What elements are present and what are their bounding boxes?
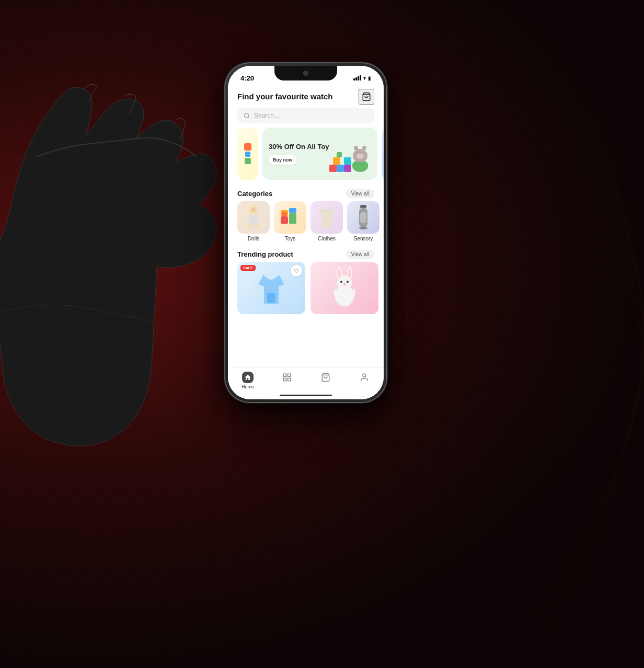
banner-partial-right: 3To: [382, 128, 384, 180]
banner-text: 30% Off On All Toy Buy now: [269, 143, 329, 165]
camera-dot: [303, 71, 308, 76]
search-placeholder: Search...: [254, 112, 279, 119]
battery-icon: ▮: [368, 75, 371, 81]
svg-rect-31: [283, 378, 286, 381]
wishlist-button-1[interactable]: ♡: [291, 265, 302, 277]
app-title: Find your favourite watch: [237, 92, 333, 101]
category-sensory[interactable]: Sensory: [347, 201, 380, 241]
phone-notch: [274, 66, 337, 80]
categories-row: Dolls: [228, 201, 384, 246]
buy-now-button[interactable]: Buy now: [269, 155, 297, 165]
product-item-1[interactable]: SALE ♡: [237, 262, 305, 314]
category-toys[interactable]: Toys: [274, 201, 306, 241]
trending-title: Trending product: [237, 250, 293, 258]
svg-rect-10: [289, 213, 296, 224]
home-icon: [242, 372, 254, 383]
banner-partial-left: [237, 128, 258, 180]
category-sensory-image: [347, 201, 380, 234]
categories-view-all[interactable]: View all: [346, 189, 374, 198]
search-container: Search...: [228, 108, 384, 128]
signal-icon: [353, 75, 361, 80]
svg-point-1: [245, 113, 249, 118]
nav-home-label: Home: [242, 384, 254, 389]
sale-badge: SALE: [240, 265, 256, 271]
banner-scroll: 30% Off On All Toy Buy now: [228, 128, 384, 180]
status-icons: ▾ ▮: [353, 75, 371, 81]
home-indicator: [280, 395, 332, 396]
cart-button[interactable]: [359, 89, 374, 105]
banner-title: 30% Off On All Toy: [269, 143, 329, 152]
category-toys-label: Toys: [285, 236, 296, 241]
status-time: 4:20: [240, 74, 254, 82]
svg-rect-32: [288, 378, 290, 381]
category-clothes[interactable]: Clothes: [310, 201, 343, 241]
svg-point-22: [338, 269, 341, 278]
category-dolls-image: [237, 201, 270, 234]
svg-point-16: [359, 226, 367, 229]
phone-device: 4:20 ▾ ▮ Find your favourite watch: [225, 63, 387, 402]
category-clothes-label: Clothes: [318, 236, 336, 241]
bottom-nav: Home: [228, 367, 384, 399]
categories-title: Categories: [237, 190, 272, 198]
svg-rect-12: [282, 212, 287, 216]
category-clothes-image: [310, 201, 343, 234]
category-dolls[interactable]: Dolls: [237, 201, 270, 241]
svg-rect-30: [288, 374, 290, 376]
category-sensory-label: Sensory: [354, 236, 373, 241]
svg-point-24: [340, 281, 342, 283]
product-item-2[interactable]: [310, 262, 378, 314]
nav-cart[interactable]: [320, 372, 331, 383]
banner-toys-visual: [329, 135, 371, 172]
svg-rect-29: [283, 374, 286, 376]
svg-line-2: [248, 117, 249, 118]
search-bar[interactable]: Search...: [237, 108, 374, 123]
wifi-icon: ▾: [363, 75, 366, 81]
svg-rect-15: [360, 212, 366, 223]
search-icon: [244, 112, 250, 119]
nav-profile[interactable]: [359, 372, 370, 383]
screen-content: Find your favourite watch: [228, 85, 384, 399]
bag-icon: [320, 372, 331, 383]
grid-icon: [281, 372, 293, 383]
trending-view-all[interactable]: View all: [346, 250, 374, 259]
user-icon: [359, 372, 370, 383]
nav-categories[interactable]: [281, 372, 293, 383]
svg-point-6: [255, 223, 259, 229]
nav-home[interactable]: Home: [242, 372, 254, 389]
products-row: SALE ♡: [228, 262, 384, 314]
phone-screen: 4:20 ▾ ▮ Find your favourite watch: [228, 66, 384, 399]
svg-rect-17: [267, 293, 275, 303]
phone-scene: 4:20 ▾ ▮ Find your favourite watch: [225, 63, 387, 402]
svg-point-5: [248, 223, 252, 229]
svg-point-25: [347, 281, 349, 283]
svg-rect-13: [360, 205, 366, 208]
svg-rect-8: [281, 216, 288, 224]
trending-header: Trending product View all: [228, 246, 384, 262]
banner-section: 30% Off On All Toy Buy now: [228, 128, 384, 185]
banner-main[interactable]: 30% Off On All Toy Buy now: [262, 128, 377, 180]
categories-header: Categories View all: [228, 185, 384, 201]
app-header: Find your favourite watch: [228, 85, 384, 108]
category-toys-image: [274, 201, 306, 234]
svg-point-26: [343, 283, 346, 285]
product-1-image: SALE ♡: [237, 262, 305, 314]
category-dolls-label: Dolls: [248, 236, 259, 241]
svg-point-7: [251, 208, 256, 212]
svg-rect-11: [289, 208, 296, 213]
product-2-image: [310, 262, 378, 314]
svg-point-23: [348, 269, 351, 278]
svg-point-34: [363, 374, 366, 377]
